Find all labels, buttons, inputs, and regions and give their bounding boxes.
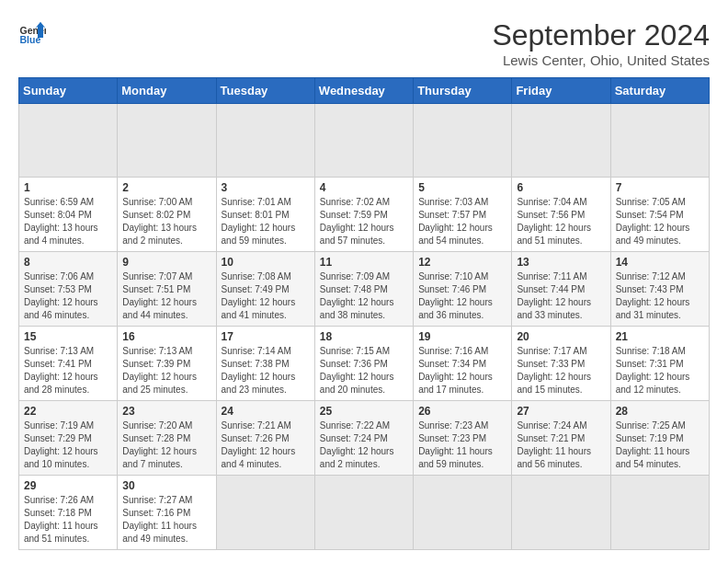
header-sunday: Sunday (19, 78, 118, 104)
calendar-cell: 4Sunrise: 7:02 AM Sunset: 7:59 PM Daylig… (314, 178, 413, 252)
day-number: 17 (222, 330, 310, 343)
day-number: 3 (222, 181, 310, 194)
title-block: September 2024 Lewis Center, Ohio, Unite… (492, 18, 710, 68)
day-info: Sunrise: 7:15 AM Sunset: 7:36 PM Dayligh… (320, 345, 408, 396)
calendar-cell: 30Sunrise: 7:27 AM Sunset: 7:16 PM Dayli… (118, 476, 216, 550)
day-number: 23 (122, 405, 210, 418)
calendar-cell: 7Sunrise: 7:05 AM Sunset: 7:54 PM Daylig… (610, 178, 709, 252)
calendar-cell: 25Sunrise: 7:22 AM Sunset: 7:24 PM Dayli… (314, 401, 413, 476)
calendar-cell: 15Sunrise: 7:13 AM Sunset: 7:41 PM Dayli… (19, 327, 118, 401)
day-info: Sunrise: 7:18 AM Sunset: 7:31 PM Dayligh… (616, 345, 704, 396)
calendar-cell (19, 104, 118, 178)
calendar-cell: 20Sunrise: 7:17 AM Sunset: 7:33 PM Dayli… (512, 327, 610, 401)
day-info: Sunrise: 7:24 AM Sunset: 7:21 PM Dayligh… (517, 419, 605, 471)
day-info: Sunrise: 7:02 AM Sunset: 7:59 PM Dayligh… (320, 196, 408, 247)
page-header: General Blue September 2024 Lewis Center… (18, 18, 710, 68)
day-number: 13 (517, 256, 605, 269)
day-info: Sunrise: 7:16 AM Sunset: 7:34 PM Dayligh… (418, 345, 506, 396)
calendar-cell (314, 476, 413, 550)
day-info: Sunrise: 7:07 AM Sunset: 7:51 PM Dayligh… (122, 270, 210, 322)
day-info: Sunrise: 7:00 AM Sunset: 8:02 PM Dayligh… (122, 196, 210, 247)
day-info: Sunrise: 7:03 AM Sunset: 7:57 PM Dayligh… (418, 196, 506, 247)
calendar-title: September 2024 (492, 18, 710, 52)
day-number: 18 (320, 330, 408, 343)
day-number: 11 (320, 256, 408, 269)
header-thursday: Thursday (414, 78, 512, 104)
day-info: Sunrise: 7:22 AM Sunset: 7:24 PM Dayligh… (320, 419, 408, 471)
calendar-cell: 2Sunrise: 7:00 AM Sunset: 8:02 PM Daylig… (118, 178, 216, 252)
day-number: 5 (418, 181, 506, 194)
calendar-cell: 19Sunrise: 7:16 AM Sunset: 7:34 PM Dayli… (414, 327, 512, 401)
calendar-cell: 3Sunrise: 7:01 AM Sunset: 8:01 PM Daylig… (216, 178, 314, 252)
day-info: Sunrise: 7:26 AM Sunset: 7:18 PM Dayligh… (24, 494, 112, 546)
day-number: 4 (320, 181, 408, 194)
day-number: 22 (24, 405, 112, 418)
calendar-cell: 24Sunrise: 7:21 AM Sunset: 7:26 PM Dayli… (216, 401, 314, 476)
day-info: Sunrise: 7:09 AM Sunset: 7:48 PM Dayligh… (320, 270, 408, 322)
day-number: 9 (122, 256, 210, 269)
header-friday: Friday (512, 78, 610, 104)
day-info: Sunrise: 7:08 AM Sunset: 7:49 PM Dayligh… (222, 270, 310, 322)
calendar-cell: 26Sunrise: 7:23 AM Sunset: 7:23 PM Dayli… (414, 401, 512, 476)
calendar-cell: 17Sunrise: 7:14 AM Sunset: 7:38 PM Dayli… (216, 327, 314, 401)
day-number: 12 (418, 256, 506, 269)
calendar-cell: 1Sunrise: 6:59 AM Sunset: 8:04 PM Daylig… (19, 178, 118, 252)
day-info: Sunrise: 7:21 AM Sunset: 7:26 PM Dayligh… (222, 419, 310, 471)
calendar-cell (610, 104, 709, 178)
calendar-cell: 18Sunrise: 7:15 AM Sunset: 7:36 PM Dayli… (314, 327, 413, 401)
day-number: 6 (517, 181, 605, 194)
calendar-cell: 21Sunrise: 7:18 AM Sunset: 7:31 PM Dayli… (610, 327, 709, 401)
day-info: Sunrise: 7:05 AM Sunset: 7:54 PM Dayligh… (616, 196, 704, 247)
day-number: 7 (616, 181, 704, 194)
day-number: 19 (418, 330, 506, 343)
day-info: Sunrise: 7:13 AM Sunset: 7:39 PM Dayligh… (122, 345, 210, 396)
calendar-cell (216, 476, 314, 550)
day-info: Sunrise: 7:11 AM Sunset: 7:44 PM Dayligh… (517, 270, 605, 322)
day-info: Sunrise: 7:04 AM Sunset: 7:56 PM Dayligh… (517, 196, 605, 247)
calendar-cell: 5Sunrise: 7:03 AM Sunset: 7:57 PM Daylig… (414, 178, 512, 252)
day-info: Sunrise: 7:14 AM Sunset: 7:38 PM Dayligh… (222, 345, 310, 396)
day-number: 26 (418, 405, 506, 418)
calendar-cell: 23Sunrise: 7:20 AM Sunset: 7:28 PM Dayli… (118, 401, 216, 476)
calendar-cell: 11Sunrise: 7:09 AM Sunset: 7:48 PM Dayli… (314, 252, 413, 327)
day-info: Sunrise: 6:59 AM Sunset: 8:04 PM Dayligh… (24, 196, 112, 247)
day-info: Sunrise: 7:13 AM Sunset: 7:41 PM Dayligh… (24, 345, 112, 396)
day-info: Sunrise: 7:01 AM Sunset: 8:01 PM Dayligh… (222, 196, 310, 247)
day-number: 27 (517, 405, 605, 418)
day-number: 20 (517, 330, 605, 343)
logo-icon: General Blue (18, 18, 46, 46)
calendar-cell: 12Sunrise: 7:10 AM Sunset: 7:46 PM Dayli… (414, 252, 512, 327)
calendar-cell: 8Sunrise: 7:06 AM Sunset: 7:53 PM Daylig… (19, 252, 118, 327)
day-info: Sunrise: 7:20 AM Sunset: 7:28 PM Dayligh… (122, 419, 210, 471)
day-number: 25 (320, 405, 408, 418)
day-number: 1 (24, 181, 112, 194)
calendar-cell (610, 476, 709, 550)
calendar-cell (512, 476, 610, 550)
day-number: 10 (222, 256, 310, 269)
header-monday: Monday (118, 78, 216, 104)
day-number: 21 (616, 330, 704, 343)
calendar-week-row: 15Sunrise: 7:13 AM Sunset: 7:41 PM Dayli… (19, 327, 710, 401)
calendar-week-row: 29Sunrise: 7:26 AM Sunset: 7:18 PM Dayli… (19, 476, 710, 550)
calendar-cell: 28Sunrise: 7:25 AM Sunset: 7:19 PM Dayli… (610, 401, 709, 476)
calendar-table: Sunday Monday Tuesday Wednesday Thursday… (18, 77, 710, 550)
day-number: 15 (24, 330, 112, 343)
calendar-cell (512, 104, 610, 178)
calendar-cell: 16Sunrise: 7:13 AM Sunset: 7:39 PM Dayli… (118, 327, 216, 401)
calendar-cell: 29Sunrise: 7:26 AM Sunset: 7:18 PM Dayli… (19, 476, 118, 550)
calendar-cell (216, 104, 314, 178)
svg-text:Blue: Blue (20, 34, 41, 45)
day-info: Sunrise: 7:19 AM Sunset: 7:29 PM Dayligh… (24, 419, 112, 471)
calendar-cell (118, 104, 216, 178)
logo: General Blue (18, 18, 46, 46)
day-info: Sunrise: 7:25 AM Sunset: 7:19 PM Dayligh… (616, 419, 704, 471)
calendar-cell: 22Sunrise: 7:19 AM Sunset: 7:29 PM Dayli… (19, 401, 118, 476)
day-number: 14 (616, 256, 704, 269)
calendar-cell: 13Sunrise: 7:11 AM Sunset: 7:44 PM Dayli… (512, 252, 610, 327)
day-number: 30 (122, 479, 210, 492)
calendar-cell (414, 476, 512, 550)
calendar-cell (414, 104, 512, 178)
calendar-cell (314, 104, 413, 178)
day-number: 29 (24, 479, 112, 492)
header-saturday: Saturday (610, 78, 709, 104)
